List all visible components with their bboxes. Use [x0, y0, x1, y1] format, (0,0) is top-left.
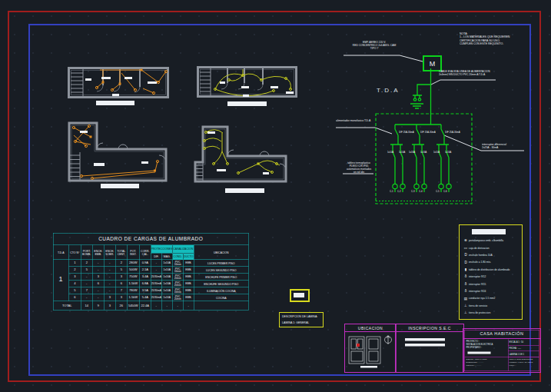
- col-dif: DIF.: [151, 253, 161, 260]
- cell-ducto: EMB.: [183, 281, 194, 287]
- legend-item: ▭ caja de derivacion: [463, 244, 519, 251]
- legend-item-label: tablero de distribucion de alumbrado: [469, 268, 510, 271]
- legend-item-label: tierra de servicio: [469, 304, 487, 307]
- site-location-marker: [357, 344, 360, 347]
- cell-cto: 3: [68, 274, 81, 281]
- cell-corr: 0.9A: [139, 260, 151, 267]
- table-row: 5 7 - - 7 780W 3.5A 25/30mA 1x10A PVC 16…: [53, 287, 248, 294]
- cell-dif: 25/30mA: [151, 281, 161, 287]
- cell-corr: 5.4A: [139, 294, 151, 301]
- legend-symbol-icon: δ: [463, 274, 469, 278]
- col-canalizacion: CANALIZACION: [172, 245, 194, 254]
- cell-emb: -: [92, 260, 104, 267]
- sheet-description-box: DESCRIPCION DE LAMINA: LAMINA 1: GENERAL: [279, 312, 324, 327]
- breaker-label: 1x10A: [399, 151, 405, 153]
- breaker-label: 1x10A: [387, 151, 393, 153]
- circuit-label: C-3: [411, 190, 415, 192]
- cell-cond: PVC 20mm: [172, 274, 183, 281]
- table-row: 6 - - 3 3 1.5kW 5.4A 25/30mA 1x16A PVC 2…: [53, 294, 248, 301]
- breaker-label: 1x16A: [420, 151, 427, 153]
- inscripcion-section: INSCRIPCION S.E.C: [395, 324, 464, 373]
- project-title-section: CASA HABITACIÓN PROYECTO :INSTALACION EL…: [463, 328, 541, 373]
- legend-item: ⊥ tierra de servicio: [463, 302, 519, 309]
- table-title: CUADRO DE CARGAS DE ALUMBRADO: [53, 233, 248, 245]
- cell-sobr: -: [104, 281, 115, 287]
- cell-ubicacion: ENCHUFE PRIMER PISO: [194, 274, 248, 281]
- legend-item-label: interruptor 9/15: [469, 282, 486, 285]
- col-cond: COND.: [172, 253, 183, 260]
- project-footer-right: INSTALADOR ELECTRICOLICENCIA S.E.C. CLAS…: [508, 357, 539, 371]
- cell-sobr: 3: [104, 294, 115, 301]
- legend-symbol-icon: D: [463, 253, 469, 257]
- cell-total: 5: [115, 267, 127, 274]
- differential-label: DIF 25A-30mA: [445, 131, 460, 133]
- legend-item-label: enchufe hembra 10A: [469, 254, 493, 257]
- legend-item: ⊥ tierra de proteccion: [463, 309, 519, 316]
- col-tda: T.D.A: [53, 245, 68, 260]
- cell-cto: 1: [68, 260, 81, 267]
- cell-port: -: [81, 281, 92, 287]
- col-protecciones: PROTECCIONES: [151, 245, 172, 254]
- inscripcion-line-bar: [405, 338, 445, 341]
- cell-cto: 5: [68, 287, 81, 294]
- breaker-labels: 1x10A1x10A1x16A1x16A1x10A1x16A: [0, 151, 551, 158]
- cad-viewport[interactable]: M T.D.A EMP. AEREO 220 V.RED CONCENTRICO…: [0, 0, 551, 392]
- cell-ducto: EMB.: [183, 267, 194, 274]
- circuit-label: C-5: [436, 190, 440, 192]
- cell-total: 7: [115, 287, 127, 294]
- col-pot: POT. INST.: [127, 245, 139, 260]
- cell-cto: 2: [68, 267, 81, 274]
- feeder-leader-label: alimentador monofasico T.D.A: [336, 119, 397, 122]
- legend-item: D enchufe hembra 10A: [463, 251, 519, 258]
- cell-cond: PVC 20mm: [172, 294, 183, 301]
- legend-item: δ interruptor 9/15: [463, 280, 519, 287]
- table-row: 1 2 - - 2 280W 0.9A - 1x10A PVC 16mm EMB…: [53, 260, 248, 267]
- cell-corr: 3.4A: [139, 274, 151, 281]
- room-labels: [220, 81, 294, 97]
- breaker-label: 1x10A: [433, 151, 440, 153]
- col-port: PORT. BOMB.: [81, 245, 92, 260]
- cell-total: 2: [115, 260, 127, 267]
- cell-dif: 25/30mA: [151, 274, 161, 281]
- legend-symbol-icon: ▤: [463, 296, 469, 300]
- feeder-note: CABLE EVA-NYA LINEA DE ALIMENTACION2x4mm…: [439, 70, 546, 76]
- legend-item: D enchufe a 1.80 mts.: [463, 258, 519, 265]
- breaker-label: 1x16A: [409, 151, 415, 153]
- cell-cto: 4: [68, 281, 81, 287]
- inscripcion-line-bar: [405, 344, 445, 347]
- meter-box: M: [423, 55, 442, 71]
- ubicacion-section: UBICACION: [344, 324, 397, 373]
- revision-bar: [294, 293, 304, 297]
- cell-ubicacion: LUCES SEGUNDO PISO: [194, 267, 248, 274]
- cell-sobr: -: [104, 287, 115, 294]
- legend-symbol-icon: ▭: [463, 246, 469, 250]
- col-emb: ENCH. EMB.: [92, 245, 104, 260]
- legend-item-label: portalamparas emb. c/bombilla: [469, 239, 503, 242]
- site-sketch: [345, 332, 396, 370]
- cell-total: 3: [115, 294, 127, 301]
- tda-label: T.D.A: [377, 87, 400, 94]
- cell-mag: 1x10A: [161, 260, 172, 267]
- site-caption-bar: [360, 366, 377, 368]
- cell-mag: 1x16A: [161, 281, 172, 287]
- col-mag: MAG.: [161, 253, 172, 260]
- tda-panel-number: 1: [53, 259, 68, 298]
- cell-mag: 1x10A: [161, 287, 172, 294]
- cell-sobr: -: [104, 260, 115, 267]
- cell-cond: PVC 16mm: [172, 287, 183, 294]
- project-footer-left: DIBUJO : INSTALADORDIRECCION : --------C…: [465, 357, 509, 371]
- legend-item: ▤ conductor nya 1.5 mm2: [463, 294, 519, 301]
- general-note: NOTA:1.- LOS MATERIALES QUE REQUIERENCER…: [460, 32, 548, 45]
- legend-symbol-icon: ⊥: [463, 311, 469, 314]
- cell-cond: PVC 20mm: [172, 281, 183, 287]
- cell-ducto: EMB.: [183, 260, 194, 267]
- legend-item: ⊗ portalamparas emb. c/bombilla: [463, 237, 519, 244]
- cell-ducto: EMB.: [183, 294, 194, 301]
- cell-pot: 1.5kW: [127, 281, 139, 287]
- cell-ducto: EMB.: [183, 274, 194, 281]
- sheet-description-value: LAMINA 1: GENERAL: [282, 321, 309, 324]
- plan-3-title-bar: [101, 184, 139, 188]
- cell-corr: 3.5A: [139, 287, 151, 294]
- loads-table: CUADRO DE CARGAS DE ALUMBRADO T.D.A CTO …: [53, 233, 249, 311]
- cell-total: 3: [115, 274, 127, 281]
